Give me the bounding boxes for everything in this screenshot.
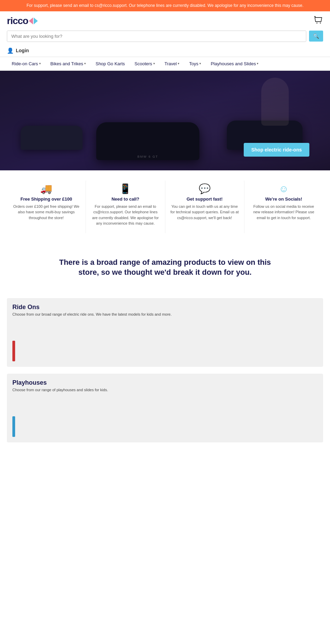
hero-child-figure [261,78,289,126]
chevron-down-icon: ▾ [199,62,201,65]
cart-icon [314,15,323,25]
social-icon: ☺ [279,184,289,194]
chevron-right-icon [34,18,38,24]
category-card-ride-ons: Ride Ons Choose from our broad range of … [7,298,323,367]
feature-shipping-desc: Orders over £100 get free shipping! We a… [12,204,80,221]
chevron-left-icon [29,18,33,24]
search-row: 🔍 [7,31,323,42]
feature-shipping: 🚚 Free Shipping over £100 Orders over £1… [7,181,86,233]
hero-cta: Shop electric ride-ons [244,143,309,157]
hero-cta-button[interactable]: Shop electric ride-ons [244,143,309,157]
chevron-down-icon: ▾ [39,62,41,65]
chevron-down-icon: ▾ [84,62,86,65]
feature-socials-desc: Follow us on social media to receive new… [250,204,318,221]
feature-socials-title: We're on Socials! [265,196,302,202]
chat-icon: 💬 [199,184,211,194]
nav-item-ride-on-cars[interactable]: Ride-on Cars ▾ [7,57,46,70]
category-ride-ons-title: Ride Ons [12,304,40,311]
nav-item-toys[interactable]: Toys ▾ [184,57,206,70]
header: ricco 🔍 [0,11,330,46]
cart-icon-wrapper[interactable] [314,15,323,26]
nav-label-playhouses-slides: Playhouses and Slides [211,61,256,66]
feature-call-desc: For support, please send an email to cs@… [91,204,160,226]
nav-label-ride-on-cars: Ride-on Cars [12,61,38,66]
search-input-wrapper [7,31,306,42]
alert-text: For support, please send an email to cs@… [26,3,304,8]
feature-socials: ☺ We're on Socials! Follow us on social … [244,181,323,233]
search-button[interactable]: 🔍 [309,31,323,42]
nav-label-scooters: Scooters [134,61,152,66]
nav-item-shop-go-karts[interactable]: Shop Go Karts [91,57,130,70]
nav-item-playhouses-slides[interactable]: Playhouses and Slides ▾ [206,57,264,70]
feature-call-title: Need to call? [111,196,139,202]
nav-bar: Ride-on Cars ▾ Bikes and Trikes ▾ Shop G… [0,57,330,71]
logo-text: ricco [7,15,28,26]
feature-support: 💬 Get support fast! You can get in touch… [165,181,244,233]
category-card-playhouses: Playhouses Choose from our range of play… [7,374,323,442]
nav-label-shop-go-karts: Shop Go Karts [96,61,125,66]
nav-label-toys: Toys [189,61,198,66]
chevron-down-icon: ▾ [153,62,155,65]
phone-icon: 📱 [119,184,131,194]
nav-label-travel: Travel [165,61,177,66]
category-playhouses-desc: Choose from our range of playhouses and … [12,387,318,393]
chevron-down-icon: ▾ [178,62,179,65]
alert-banner: For support, please send an email to cs@… [0,0,330,11]
feature-support-title: Get support fast! [187,196,223,202]
svg-point-0 [317,22,318,23]
nav-item-bikes-trikes[interactable]: Bikes and Trikes ▾ [46,57,91,70]
shipping-icon: 🚚 [40,184,52,194]
hero-section: Shop electric ride-ons [0,71,330,170]
hero-car-main [96,122,199,160]
promo-heading: There is a broad range of amazing produc… [58,257,272,278]
login-row: 👤 Login [0,46,330,57]
login-link[interactable]: Login [16,48,29,53]
hero-car-left [21,126,82,150]
nav-label-bikes-trikes: Bikes and Trikes [51,61,83,66]
promo-section: There is a broad range of amazing produc… [0,244,330,298]
category-ride-ons-button[interactable] [12,341,15,361]
category-ride-ons-desc: Choose from our broad range of electric … [12,312,318,317]
chevron-down-icon: ▾ [257,62,258,65]
features-section: 🚚 Free Shipping over £100 Orders over £1… [0,170,330,244]
user-icon: 👤 [7,47,14,54]
category-playhouses-title: Playhouses [12,379,47,386]
category-playhouses-button[interactable] [12,416,15,437]
feature-support-desc: You can get in touch with us at any time… [170,204,239,221]
svg-point-1 [320,22,321,23]
search-input[interactable] [7,31,306,42]
logo[interactable]: ricco [7,15,38,26]
nav-item-travel[interactable]: Travel ▾ [160,57,185,70]
feature-call: 📱 Need to call? For support, please send… [86,181,165,233]
nav-item-scooters[interactable]: Scooters ▾ [130,57,160,70]
feature-shipping-title: Free Shipping over £100 [20,196,72,202]
logo-icon [29,18,38,24]
